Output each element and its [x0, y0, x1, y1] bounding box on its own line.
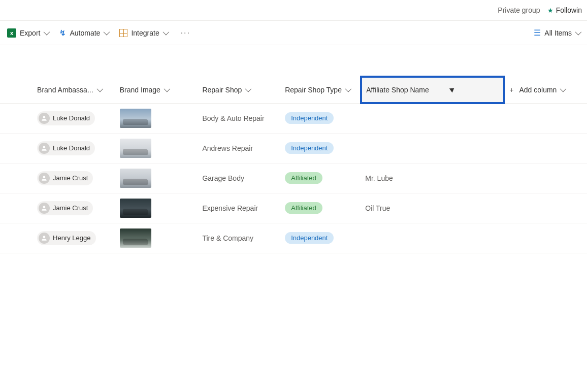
column-header-row: Brand Ambassa... Brand Image Repair Shop [0, 77, 587, 103]
follow-toggle[interactable]: ★ Followin [547, 6, 582, 14]
avatar-icon [39, 203, 50, 214]
chevron-down-icon [575, 29, 582, 36]
chevron-down-icon [104, 29, 110, 36]
column-header-brand-image[interactable]: Brand Image [120, 86, 169, 94]
excel-icon: x [7, 28, 16, 38]
person-name: Jamie Crust [53, 204, 88, 212]
automate-icon: ↯ [59, 28, 66, 38]
new-column-name-input[interactable] [366, 86, 447, 94]
column-header-brand-ambassador[interactable]: Brand Ambassa... [37, 86, 102, 94]
repair-shop-value: Garage Body [202, 174, 244, 182]
person-name: Henry Legge [53, 234, 90, 242]
chevron-down-icon [345, 86, 352, 92]
sharepoint-list: Brand Ambassa... Brand Image Repair Shop [0, 76, 587, 253]
column-label: Brand Ambassa... [37, 86, 93, 94]
person-pill[interactable]: Luke Donald [37, 111, 95, 125]
avatar-icon [39, 233, 50, 244]
private-group-label: Private group [498, 6, 540, 14]
view-label: All Items [544, 29, 572, 37]
following-label: Followin [556, 6, 582, 14]
automate-button[interactable]: ↯ Automate [58, 26, 109, 40]
brand-image-thumbnail[interactable] [120, 169, 151, 188]
integrate-label: Integrate [131, 29, 159, 37]
chevron-down-icon [44, 29, 50, 36]
person-name: Jamie Crust [53, 174, 88, 182]
view-selector[interactable]: ☰ All Items [533, 26, 581, 40]
avatar-icon [39, 143, 50, 154]
avatar-icon [39, 113, 50, 124]
person-pill[interactable]: Luke Donald [37, 141, 95, 155]
add-column-button[interactable]: + Add column [509, 86, 565, 94]
repair-shop-type-tag: Independent [285, 232, 334, 244]
column-label: Brand Image [120, 86, 160, 94]
person-pill[interactable]: Henry Legge [37, 231, 95, 245]
table-row[interactable]: Luke DonaldAndrews RepairIndependent [0, 133, 587, 163]
chevron-down-icon [96, 86, 103, 92]
table-row[interactable]: Luke DonaldBody & Auto RepairIndependent [0, 103, 587, 133]
more-actions-button[interactable]: ··· [178, 28, 193, 38]
column-header-repair-shop[interactable]: Repair Shop [202, 86, 250, 94]
repair-shop-type-tag: Affiliated [285, 202, 322, 214]
site-info-bar: Private group ★ Followin [0, 0, 587, 21]
cursor-icon [450, 87, 455, 94]
repair-shop-value: Andrews Repair [202, 144, 253, 152]
repair-shop-value: Expensive Repair [202, 204, 258, 212]
add-column-label: Add column [519, 86, 557, 94]
automate-label: Automate [70, 29, 100, 37]
chevron-down-icon [162, 29, 169, 36]
repair-shop-value: Tire & Company [202, 234, 253, 242]
person-name: Luke Donald [53, 144, 90, 152]
person-pill[interactable]: Jamie Crust [37, 201, 93, 215]
command-bar: x Export ↯ Automate Integrate ··· ☰ All … [0, 21, 587, 45]
table-row[interactable]: Jamie CrustGarage BodyAffiliatedMr. Lube [0, 163, 587, 193]
brand-image-thumbnail[interactable] [120, 139, 151, 158]
column-label: Repair Shop [202, 86, 242, 94]
table-row[interactable]: Jamie CrustExpensive RepairAffiliatedOil… [0, 193, 587, 223]
plus-icon: + [509, 86, 513, 94]
table-row[interactable]: Henry LeggeTire & CompanyIndependent [0, 223, 587, 253]
affiliate-shop-name-value: Oil True [365, 204, 390, 212]
integrate-button[interactable]: Integrate [118, 27, 168, 39]
export-label: Export [20, 29, 40, 37]
repair-shop-type-tag: Affiliated [285, 172, 322, 184]
affiliate-shop-name-value: Mr. Lube [365, 174, 393, 182]
chevron-down-icon [245, 86, 252, 92]
person-name: Luke Donald [53, 114, 90, 122]
new-column-name-cell[interactable] [361, 77, 504, 103]
person-pill[interactable]: Jamie Crust [37, 171, 93, 185]
repair-shop-type-tag: Independent [285, 112, 334, 124]
list-icon: ☰ [534, 28, 541, 38]
chevron-down-icon [164, 86, 170, 92]
brand-image-thumbnail[interactable] [120, 228, 151, 248]
repair-shop-value: Body & Auto Repair [202, 114, 264, 122]
avatar-icon [39, 173, 50, 184]
column-header-repair-shop-type[interactable]: Repair Shop Type [285, 86, 350, 94]
brand-image-thumbnail[interactable] [120, 109, 151, 128]
integrate-icon [119, 29, 127, 37]
repair-shop-type-tag: Independent [285, 142, 334, 154]
brand-image-thumbnail[interactable] [120, 199, 151, 218]
chevron-down-icon [560, 86, 567, 92]
column-label: Repair Shop Type [285, 86, 342, 94]
export-button[interactable]: x Export [6, 26, 49, 40]
star-icon: ★ [547, 7, 553, 14]
